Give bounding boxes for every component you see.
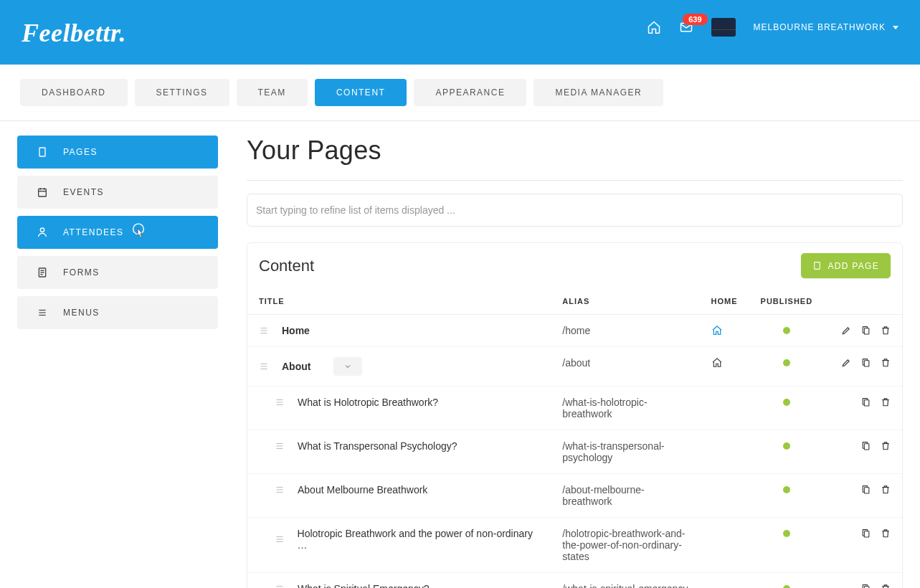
add-page-button[interactable]: ADD PAGE <box>801 253 891 278</box>
home-icon[interactable] <box>711 325 738 336</box>
alias-cell: /about-melbourne-breathwork <box>562 484 644 507</box>
drag-handle-icon[interactable] <box>259 362 272 371</box>
page-title-cell[interactable]: About <box>282 361 310 372</box>
published-dot[interactable] <box>783 442 790 450</box>
document-icon <box>36 146 49 158</box>
svg-rect-39 <box>864 531 869 537</box>
table-row: About/about <box>247 347 902 387</box>
menu-icon <box>36 306 49 319</box>
delete-icon[interactable] <box>881 583 891 588</box>
delete-icon[interactable] <box>881 440 891 451</box>
svg-rect-1 <box>39 148 45 156</box>
copy-icon[interactable] <box>861 357 871 368</box>
tab-appearance[interactable]: APPEARANCE <box>414 79 526 106</box>
page-title: Your Pages <box>247 136 903 166</box>
col-actions <box>824 288 902 315</box>
published-dot[interactable] <box>783 359 790 366</box>
main-content: Your Pages Content ADD PAGE TITLE ALIAS … <box>247 136 903 588</box>
form-icon <box>36 266 49 279</box>
table-row: What is Holotropic Breathwork?/what-is-h… <box>247 387 902 430</box>
document-plus-icon <box>812 260 822 271</box>
alias-cell: /holotropic-breathwork-and-the-power-of-… <box>562 528 685 562</box>
delete-icon[interactable] <box>881 357 891 368</box>
sidebar-item-events[interactable]: EVENTS <box>17 176 218 209</box>
tab-settings[interactable]: SETTINGS <box>135 79 229 106</box>
mail-badge: 639 <box>683 14 707 25</box>
copy-icon[interactable] <box>861 583 871 588</box>
page-title-cell[interactable]: What is Transpersonal Psychology? <box>298 440 457 452</box>
table-row: What is Spiritual Emergency?/what-is-spi… <box>247 573 902 589</box>
col-title: TITLE <box>247 288 551 315</box>
svg-rect-23 <box>864 361 869 366</box>
avatar[interactable] <box>711 18 736 37</box>
table-row: Holotropic Breathwork and the power of n… <box>247 518 902 573</box>
svg-rect-35 <box>864 488 869 493</box>
published-dot[interactable] <box>783 530 790 537</box>
edit-icon[interactable] <box>841 358 851 368</box>
sidebar-item-forms[interactable]: FORMS <box>17 256 218 289</box>
delete-icon[interactable] <box>881 325 891 336</box>
published-dot[interactable] <box>783 399 790 406</box>
content-panel: Content ADD PAGE TITLE ALIAS HOME PUBLIS… <box>247 242 903 588</box>
person-icon <box>36 226 49 239</box>
mail-icon[interactable]: 639 <box>679 20 693 34</box>
table-row: Home/home <box>247 315 902 347</box>
divider <box>247 180 903 181</box>
copy-icon[interactable] <box>861 528 871 539</box>
col-published: PUBLISHED <box>749 288 825 315</box>
page-title-cell[interactable]: Home <box>282 325 310 336</box>
home-icon[interactable] <box>711 357 738 369</box>
page-title-cell[interactable]: Holotropic Breathwork and the power of n… <box>298 528 540 551</box>
top-tabs: DASHBOARDSETTINGSTEAMCONTENTAPPEARANCEME… <box>0 65 920 121</box>
tab-dashboard[interactable]: DASHBOARD <box>20 79 128 106</box>
header-right: 639 MELBOURNE BREATHWORK <box>647 18 898 37</box>
cursor-pointer-icon <box>131 223 146 242</box>
drag-handle-icon[interactable] <box>275 535 288 544</box>
pages-table: TITLE ALIAS HOME PUBLISHED Home/homeAbou… <box>247 288 902 588</box>
sidebar: PAGESEVENTSATTENDEESFORMSMENUS <box>17 136 218 588</box>
svg-rect-15 <box>815 262 820 270</box>
copy-icon[interactable] <box>861 440 871 451</box>
sidebar-item-menus[interactable]: MENUS <box>17 296 218 329</box>
svg-rect-27 <box>864 400 869 406</box>
alias-cell: /what-is-holotropic-breathwork <box>562 397 647 419</box>
copy-icon[interactable] <box>861 325 871 336</box>
svg-rect-19 <box>864 328 869 334</box>
delete-icon[interactable] <box>881 397 891 407</box>
drag-handle-icon[interactable] <box>275 485 288 494</box>
copy-icon[interactable] <box>861 397 871 407</box>
account-dropdown[interactable]: MELBOURNE BREATHWORK <box>754 22 898 32</box>
alias-cell: /what-is-spiritual-emergency <box>562 583 688 588</box>
page-title-cell[interactable]: About Melbourne Breathwork <box>298 484 427 495</box>
edit-icon[interactable] <box>841 326 851 336</box>
sidebar-item-pages[interactable]: PAGES <box>17 136 218 169</box>
tab-team[interactable]: TEAM <box>237 79 308 106</box>
section-title: Content <box>259 257 314 275</box>
col-alias: ALIAS <box>551 288 699 315</box>
drag-handle-icon[interactable] <box>275 442 288 450</box>
alias-cell: /home <box>562 325 590 336</box>
tab-content[interactable]: CONTENT <box>315 79 407 106</box>
delete-icon[interactable] <box>881 528 891 539</box>
alias-cell: /what-is-transpersonal-psychology <box>562 440 664 463</box>
brand-logo[interactable]: Feelbettr. <box>22 18 126 48</box>
delete-icon[interactable] <box>881 484 891 495</box>
page-title-cell[interactable]: What is Holotropic Breathwork? <box>298 397 438 408</box>
expand-button[interactable] <box>333 357 362 376</box>
svg-point-6 <box>40 228 44 232</box>
drag-handle-icon[interactable] <box>259 326 272 335</box>
calendar-icon <box>36 186 49 199</box>
drag-handle-icon[interactable] <box>275 398 288 407</box>
published-dot[interactable] <box>783 486 790 493</box>
published-dot[interactable] <box>783 327 790 334</box>
copy-icon[interactable] <box>861 484 871 495</box>
col-home: HOME <box>700 288 749 315</box>
tab-media-manager[interactable]: MEDIA MANAGER <box>533 79 663 106</box>
page-title-cell[interactable]: What is Spiritual Emergency? <box>298 583 430 588</box>
sidebar-item-attendees[interactable]: ATTENDEES <box>17 216 218 249</box>
svg-rect-31 <box>864 444 869 450</box>
published-dot[interactable] <box>783 585 790 588</box>
search-input[interactable] <box>247 194 903 227</box>
drag-handle-icon[interactable] <box>275 584 288 588</box>
home-icon[interactable] <box>647 20 661 34</box>
